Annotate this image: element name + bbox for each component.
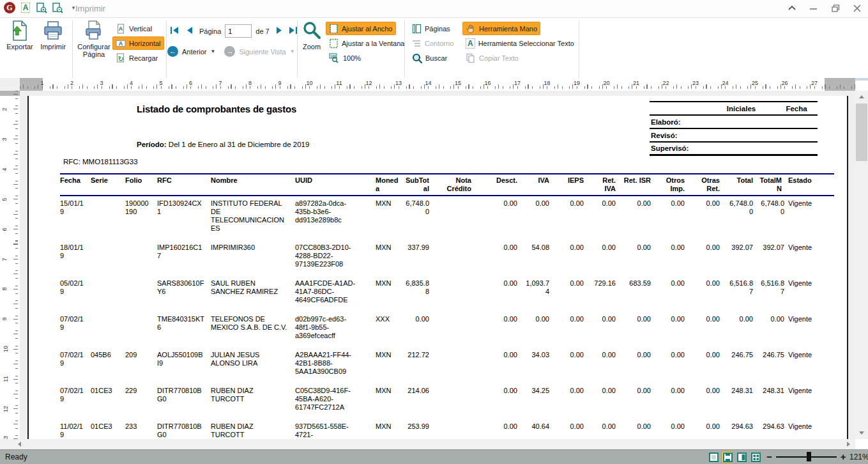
zoom-out-button[interactable]: − (766, 452, 772, 461)
two-page-view-button[interactable] (736, 451, 747, 463)
period-line: Período: Del 1 de Enero al 31 de Diciemb… (137, 141, 309, 148)
export-button[interactable]: Exportar (4, 20, 36, 50)
app-logo-icon: G (4, 2, 15, 13)
table-cell: TME840315KT6 (157, 312, 211, 348)
table-cell: RUBEN DIAZ TURCOTT (211, 383, 295, 419)
scroll-right-icon[interactable] (847, 442, 850, 447)
single-page-view-button[interactable] (708, 451, 719, 463)
ruler-number: 4 (1, 167, 8, 171)
table-cell: XXX (376, 312, 405, 348)
svg-text:↻: ↻ (118, 54, 123, 62)
zoom-slider-track[interactable] (776, 456, 837, 458)
page-setup-icon (84, 20, 103, 41)
search-icon (412, 53, 422, 63)
scroll-down-icon[interactable] (859, 431, 864, 435)
portrait-icon: A (116, 24, 126, 34)
column-header: Otras Ret. (691, 174, 726, 196)
date-column-header: Fecha (775, 105, 818, 112)
fit-width-button[interactable]: Ajustar al Ancho (326, 22, 396, 35)
copy-text-button: Copiar Texto (462, 51, 522, 65)
fit-window-button[interactable]: Ajustar a la Ventana (326, 36, 407, 50)
ruler-number: 14 (425, 80, 431, 86)
table-cell: 0.00 (556, 312, 590, 348)
next-view-caret-icon: ▼ (290, 49, 295, 54)
ruler-number: 21 (633, 80, 639, 86)
scroll-up-icon[interactable] (859, 95, 864, 98)
page-setup-button[interactable]: ConfigurarPágina (75, 20, 112, 58)
table-cell: AOLJ550109BI9 (157, 348, 211, 383)
zoom-button[interactable]: Zoom (299, 20, 324, 50)
table-cell: MXN (376, 419, 405, 439)
window-title: Imprimir (75, 4, 105, 13)
signature-row: Revisó: (650, 129, 818, 143)
ruler-number: 6 (189, 80, 192, 86)
hand-tool-button[interactable]: Herramienta Mano (462, 22, 540, 35)
restore-button[interactable] (830, 3, 841, 14)
table-cell: 392.07 (759, 240, 788, 276)
close-button[interactable] (851, 3, 863, 14)
search-button[interactable]: Buscar (409, 51, 450, 65)
table-cell: 0.00 (622, 312, 657, 348)
signature-table: Iniciales Fecha Elaboró: Revisó: Supervi… (650, 101, 818, 156)
table-cell: 0.00 (657, 276, 691, 312)
vertical-scrollbar[interactable] (855, 91, 868, 439)
table-cell (436, 383, 491, 419)
orientation-horizontal-button[interactable]: A Horizontal (112, 36, 164, 50)
zoom-slider: − + (766, 451, 846, 463)
ruler-number: 11 (3, 376, 9, 382)
page-view-buttons (708, 451, 761, 463)
collapse-ribbon-button[interactable] (786, 3, 798, 14)
landscape-icon: A (116, 38, 126, 49)
table-cell: 0.00 (556, 240, 590, 276)
table-row: 07/02/19045B6209AOLJ550109BI9JULIAN JESU… (60, 348, 834, 383)
ruler-number: 12 (3, 406, 9, 412)
ruler-number: 10 (3, 346, 9, 352)
table-cell: 0.00 (556, 196, 590, 240)
minimize-button[interactable] (808, 3, 819, 14)
reload-button[interactable]: ↻ Recargar (112, 51, 161, 65)
print-button[interactable]: Imprimir (37, 20, 69, 50)
table-cell: 212.72 (405, 348, 436, 383)
titlebar: G A ▾ Imprimir (0, 0, 868, 18)
table-cell: 190000190 (125, 196, 157, 240)
ruler-number: 5 (159, 80, 162, 86)
zoom-in-icon[interactable] (36, 2, 47, 13)
report-canvas[interactable]: Listado de comprobantes de gastos Inicia… (20, 91, 855, 439)
first-page-button[interactable] (170, 26, 179, 36)
pages-panel-button[interactable]: Páginas (409, 22, 453, 35)
ruler-number: 18 (544, 80, 550, 86)
table-cell: SAUL RUBEN SANCHEZ RAMIREZ (211, 276, 295, 312)
zoom-in-button[interactable]: + (841, 452, 846, 461)
scroll-left-icon[interactable] (18, 442, 21, 447)
table-cell: 233 (125, 419, 157, 439)
zoom-out-icon[interactable] (52, 2, 63, 13)
statusbar: Ready − + 121% (0, 449, 868, 464)
fit-width-view-button[interactable] (722, 451, 733, 463)
multi-page-view-button[interactable] (750, 451, 761, 463)
next-page-button[interactable] (276, 26, 283, 36)
zoom-100-button[interactable]: 100 100% (326, 51, 364, 65)
previous-view-caret-icon[interactable]: ▼ (211, 49, 216, 54)
horizontal-ruler: 1234567891011121314151617181920212223242… (20, 78, 855, 91)
select-text-tool-button[interactable]: A Herramienta Seleccionar Texto (462, 36, 577, 50)
vertical-scrollbar-thumb[interactable] (856, 104, 867, 161)
table-cell: a897282a-0dca-435b-b3e6-dd913e289b8c (295, 196, 376, 240)
select-text-tool-icon[interactable]: A (20, 2, 31, 13)
status-text: Ready (5, 452, 27, 461)
previous-page-button[interactable] (186, 26, 193, 36)
last-page-button[interactable] (288, 26, 298, 36)
previous-view-button[interactable]: Anterior (182, 48, 207, 56)
page-number-input[interactable] (225, 24, 252, 38)
orientation-vertical-button[interactable]: A Vertical (112, 22, 155, 35)
zoom-slider-handle[interactable] (807, 452, 811, 461)
table-cell: DITR770810BG0 (157, 383, 211, 419)
horizontal-scrollbar[interactable] (0, 439, 855, 449)
table-cell: Vigente (788, 240, 834, 276)
table-cell: 0.00 (622, 196, 657, 240)
table-cell: SARS830610FY6 (157, 276, 211, 312)
column-header: Nombre (211, 174, 295, 196)
table-cell: Vigente (788, 276, 834, 312)
table-cell (91, 240, 125, 276)
ruler-number: 11 (336, 80, 342, 86)
table-cell: 15/01/19 (60, 196, 91, 240)
